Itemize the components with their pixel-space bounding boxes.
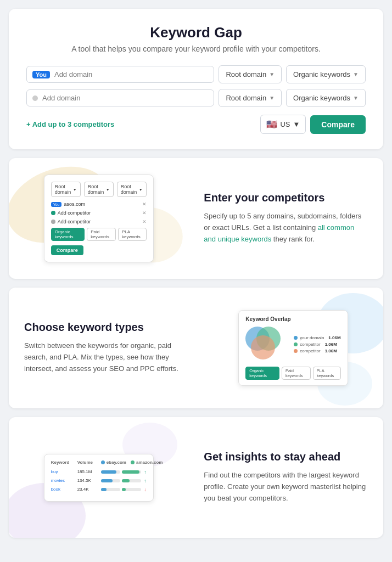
mini-root-domain-2: Root domain ▼ xyxy=(84,182,114,197)
bar-ebay-buy xyxy=(101,470,120,474)
bar-fill-amazon-movies xyxy=(122,479,130,482)
feature-desc-2: Switch between the keywords for organic,… xyxy=(24,340,188,374)
chevron-down-icon: ▼ xyxy=(353,95,359,101)
bar-ebay-movies xyxy=(101,479,120,482)
trend-up-buy: ↑ xyxy=(144,469,147,475)
compare-button[interactable]: Compare xyxy=(310,115,366,134)
country-select-button[interactable]: 🇺🇸 US ▼ xyxy=(260,115,306,134)
keyword-book: book xyxy=(51,487,73,492)
keyword-gap-form-card: Keyword Gap A tool that helps you compar… xyxy=(9,9,383,149)
feature-heading-3: Get insights to stay ahead xyxy=(204,451,368,463)
bar-amazon-movies xyxy=(122,479,141,482)
feature-text-2: Choose keyword types Switch between the … xyxy=(9,288,204,408)
legend-value-competitor1: 1.06M xyxy=(325,342,337,347)
form-bottom-row: + Add up to 3 competitors 🇺🇸 US ▼ Compar… xyxy=(26,115,366,134)
legend-dot-green xyxy=(294,342,298,346)
domain-input-1[interactable] xyxy=(54,70,208,78)
overlap-tabs: Organic keywords Paid keywords PLA keywo… xyxy=(245,367,341,380)
feature-visual-3: Keyword Volume ebay.com amazon.com buy 1… xyxy=(9,417,188,538)
mini-root-domain-3: Root domain ▼ xyxy=(117,182,147,197)
col-ebay: ebay.com xyxy=(101,460,126,465)
domain-row-1: You Root domain ▼ Organic keywords ▼ xyxy=(26,65,366,83)
legend-item-domain: your domain 1.06M xyxy=(294,335,340,340)
legend-value-competitor2: 1.06M xyxy=(325,349,337,353)
bar-fill-ebay-book xyxy=(101,488,107,491)
col-keyword: Keyword xyxy=(51,460,73,465)
mini-competitor-dot-1 xyxy=(51,211,55,215)
mini-domain-competitor2: Add competitor ✕ xyxy=(51,219,147,224)
bar-amazon-book xyxy=(122,488,141,491)
form-right-actions: 🇺🇸 US ▼ Compare xyxy=(260,115,366,134)
legend-item-competitor2: competitor 1.06M xyxy=(294,349,340,353)
insights-row-movies: movies 134.5K ↑ xyxy=(51,478,147,484)
mini-domain-competitor1: Add competitor ✕ xyxy=(51,210,147,216)
overlap-legend: your domain 1.06M competitor 1.06M compe… xyxy=(294,335,340,353)
mini-tag-paid: Paid keywords xyxy=(87,228,116,241)
us-flag-icon: 🇺🇸 xyxy=(266,119,277,130)
trend-down-book: ↓ xyxy=(144,487,147,492)
overlap-tab-organic[interactable]: Organic keywords xyxy=(245,367,279,380)
dot-ebay-icon xyxy=(101,460,105,464)
bar-fill-amazon-buy xyxy=(122,470,139,474)
keyword-type-select-2[interactable]: Organic keywords ▼ xyxy=(286,89,366,107)
mini-domain-asos: asos.com xyxy=(64,201,139,207)
overlap-tab-paid[interactable]: Paid keywords xyxy=(282,367,311,380)
bar-fill-amazon-book xyxy=(122,488,126,491)
legend-item-competitor1: competitor 1.06M xyxy=(294,342,340,347)
feature-inner-2: Keyword Overlap your domain 1.06M xyxy=(9,288,383,408)
chevron-down-icon: ▼ xyxy=(269,71,275,77)
legend-dot-blue xyxy=(294,336,298,340)
domain-input-wrap-2[interactable] xyxy=(26,89,214,106)
mini-competitor-dot-2 xyxy=(51,220,55,224)
feature-desc-3: Find out the competitors with the larges… xyxy=(204,470,368,504)
bar-ebay-book xyxy=(101,488,120,491)
page-title: Keyword Gap xyxy=(26,24,366,41)
bars-movies: ↑ xyxy=(101,478,147,484)
volume-movies: 134.5K xyxy=(77,478,97,483)
mini-add-competitor-2: Add competitor xyxy=(58,219,140,224)
mini-compare-btn[interactable]: Compare xyxy=(51,245,83,255)
mini-tag-pla: PLA keywords xyxy=(118,228,147,241)
mini-keyword-tags: Organic keywords Paid keywords PLA keywo… xyxy=(51,228,147,241)
bar-amazon-buy xyxy=(122,470,141,474)
mini-domain-you: You asos.com ✕ xyxy=(51,201,147,207)
volume-buy: 185.1M xyxy=(77,469,97,474)
feature-card-insights: Keyword Volume ebay.com amazon.com buy 1… xyxy=(9,417,383,538)
dot-icon xyxy=(32,95,38,101)
feature-desc-1: Specify up to 5 any domains, subdomains,… xyxy=(204,211,368,245)
domain-row-2: Root domain ▼ Organic keywords ▼ xyxy=(26,89,366,107)
keyword-type-select-1[interactable]: Organic keywords ▼ xyxy=(286,65,366,83)
feature-inner-3: Keyword Volume ebay.com amazon.com buy 1… xyxy=(9,417,383,538)
domain-input-wrap-1[interactable]: You xyxy=(26,66,214,83)
overlap-card: Keyword Overlap your domain 1.06M xyxy=(238,310,348,386)
feature-heading-1: Enter your competitors xyxy=(204,192,368,204)
feature-visual-2: Keyword Overlap your domain 1.06M xyxy=(204,288,383,408)
domain-type-select-2[interactable]: Root domain ▼ xyxy=(219,89,282,107)
mini-add-competitor-1: Add competitor xyxy=(58,210,140,216)
domain-input-2[interactable] xyxy=(42,94,208,102)
feature-inner-1: Root domain ▼ Root domain ▼ Root domain … xyxy=(9,158,383,279)
mini-ui-card: Root domain ▼ Root domain ▼ Root domain … xyxy=(44,175,154,262)
feature-card-competitors: Root domain ▼ Root domain ▼ Root domain … xyxy=(9,158,383,279)
overlap-tab-pla[interactable]: PLA keywords xyxy=(313,367,341,380)
venn-circle-orange xyxy=(251,335,275,359)
overlap-content: your domain 1.06M competitor 1.06M compe… xyxy=(245,327,341,362)
insights-row-buy: buy 185.1M ↑ xyxy=(51,469,147,475)
legend-label-competitor2: competitor xyxy=(300,349,320,353)
overlap-title: Keyword Overlap xyxy=(245,316,341,322)
venn-diagram xyxy=(245,327,289,362)
page-subtitle: A tool that helps you compare your keywo… xyxy=(26,44,366,53)
bar-fill-ebay-buy xyxy=(101,470,116,474)
mini-close-icon-2: ✕ xyxy=(142,210,147,216)
insights-row-book: book 23.4K ↓ xyxy=(51,487,147,492)
add-competitors-link[interactable]: + Add up to 3 competitors xyxy=(26,120,114,128)
insights-table-header: Keyword Volume ebay.com amazon.com xyxy=(51,460,147,465)
feature-text-3: Get insights to stay ahead Find out the … xyxy=(188,417,383,538)
feature-card-keyword-types: Keyword Overlap your domain 1.06M xyxy=(9,288,383,408)
mini-tag-organic: Organic keywords xyxy=(51,228,85,241)
domain-type-select-1[interactable]: Root domain ▼ xyxy=(219,65,282,83)
bars-buy: ↑ xyxy=(101,469,147,475)
bar-fill-ebay-movies xyxy=(101,479,113,482)
keyword-buy: buy xyxy=(51,469,73,474)
legend-label-domain: your domain xyxy=(300,335,324,340)
